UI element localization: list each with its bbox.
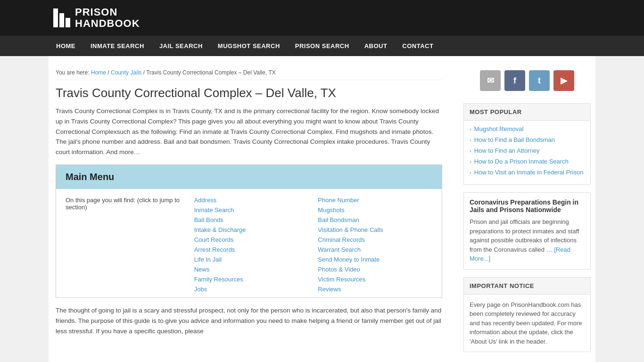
menu-links-grid: AddressPhone NumberInmate SearchMugshots…: [194, 194, 432, 293]
facebook-social-button[interactable]: f: [504, 70, 525, 91]
logo-bar-1: [53, 8, 58, 27]
menu-link-bail-bondsman[interactable]: Bail Bondsman: [318, 216, 432, 223]
menu-link-court-records[interactable]: Court Records: [194, 236, 309, 243]
main-menu-header: Main Menu: [56, 165, 442, 189]
intro-text: Travis County Correctional Complex is in…: [56, 106, 442, 157]
menu-content: On this page you will find: (click to ju…: [56, 189, 442, 297]
logo-text: PRISON HANDBOOK: [75, 7, 140, 29]
chevron-right-icon: ›: [470, 137, 471, 143]
nav-about[interactable]: ABOUT: [357, 36, 395, 56]
youtube-icon: ▶: [561, 75, 567, 86]
menu-link-reviews[interactable]: Reviews: [318, 286, 432, 293]
chevron-right-icon: ›: [470, 159, 471, 165]
menu-link-mugshots[interactable]: Mugshots: [318, 206, 432, 214]
email-icon: ✉: [487, 75, 494, 86]
social-icons-row: ✉ f t ▶: [463, 66, 591, 96]
most-popular-link[interactable]: How to Find an Attorney: [474, 147, 540, 154]
nav-jail-search[interactable]: JAIL SEARCH: [152, 36, 210, 56]
logo-bars-icon: [53, 8, 70, 27]
menu-link-phone-number[interactable]: Phone Number: [318, 197, 432, 204]
menu-link-photos-&-video[interactable]: Photos & Video: [318, 266, 432, 273]
main-content: You are here: Home / County Jails / Trav…: [49, 56, 595, 362]
breadcrumb-you-are-here: You are here:: [56, 69, 90, 76]
menu-intro-text: On this page you will find: (click to ju…: [66, 194, 194, 293]
list-item: ›How to Find a Bail Bondsman: [470, 136, 585, 143]
nav-contact[interactable]: CONTACT: [395, 36, 441, 56]
article-content: You are here: Home / County Jails / Trav…: [49, 61, 449, 362]
nav-home[interactable]: HOME: [49, 36, 83, 56]
menu-link-victim-resources[interactable]: Victim Resources: [318, 276, 432, 283]
menu-link-intake-&-discharge[interactable]: Intake & Discharge: [194, 226, 309, 233]
important-notice-section: IMPORTANT NOTICE Every page on PrisonHan…: [463, 277, 591, 353]
nav-prison-search[interactable]: PRISON SEARCH: [288, 36, 357, 56]
important-notice-body: Every page on PrisonHandbook.com has bee…: [464, 295, 590, 352]
twitter-social-button[interactable]: t: [529, 70, 550, 91]
youtube-social-button[interactable]: ▶: [553, 70, 574, 91]
list-item: ›How to Visit an Inmate in Federal Priso…: [470, 169, 585, 176]
news-title: Coronavirus Preparations Begin in Jails …: [470, 198, 585, 214]
menu-link-criminal-records[interactable]: Criminal Records: [318, 236, 432, 243]
news-box: Coronavirus Preparations Begin in Jails …: [464, 193, 590, 269]
twitter-icon: t: [538, 76, 541, 86]
main-menu-section: Main Menu On this page you will find: (c…: [56, 165, 442, 298]
most-popular-section: MOST POPULAR ›Mugshot Removal›How to Fin…: [463, 103, 591, 185]
logo-bar-2: [59, 13, 64, 27]
important-notice-title: IMPORTANT NOTICE: [464, 278, 590, 295]
logo-bar-3: [66, 18, 70, 27]
list-item: ›How to Find an Attorney: [470, 147, 585, 154]
facebook-icon: f: [513, 76, 516, 86]
breadcrumb-home[interactable]: Home: [91, 69, 106, 76]
bottom-text: The thought of going to jail is a scary …: [56, 305, 442, 336]
menu-link-visitation-&-phone-calls[interactable]: Visitation & Phone Calls: [318, 226, 432, 233]
breadcrumb: You are here: Home / County Jails / Trav…: [56, 66, 442, 80]
breadcrumb-current: Travis County Correctional Complex – Del…: [146, 69, 276, 76]
most-popular-link[interactable]: How to Find a Bail Bondsman: [474, 136, 555, 143]
chevron-right-icon: ›: [470, 148, 471, 154]
nav-mugshot-search[interactable]: MUGSHOT SEARCH: [210, 36, 288, 56]
most-popular-title: MOST POPULAR: [464, 104, 590, 121]
list-item: ›Mugshot Removal: [470, 125, 585, 132]
sidebar: ✉ f t ▶ MOST POPULAR ›Mugshot Removal›Ho…: [459, 61, 595, 362]
menu-link-send-money-to-inmate[interactable]: Send Money to Inmate: [318, 256, 432, 263]
news-body: Prison and jail officials are beginning …: [470, 217, 585, 263]
most-popular-link[interactable]: How to Do a Prison Inmate Search: [474, 158, 569, 165]
notice-text: Every page on PrisonHandbook.com has bee…: [470, 300, 585, 346]
menu-link-news[interactable]: News: [194, 266, 309, 273]
email-social-button[interactable]: ✉: [480, 70, 501, 91]
most-popular-link[interactable]: How to Visit an Inmate in Federal Prison: [474, 169, 584, 176]
chevron-right-icon: ›: [470, 126, 471, 132]
site-header: PRISON HANDBOOK: [0, 0, 644, 36]
main-nav: HOME INMATE SEARCH JAIL SEARCH MUGSHOT S…: [0, 36, 644, 56]
news-section: Coronavirus Preparations Begin in Jails …: [463, 192, 591, 270]
menu-link-warrant-search[interactable]: Warrant Search: [318, 246, 432, 253]
menu-link-inmate-search[interactable]: Inmate Search: [194, 206, 309, 214]
logo[interactable]: PRISON HANDBOOK: [49, 4, 145, 32]
menu-link-jobs[interactable]: Jobs: [194, 286, 309, 293]
list-item: ›How to Do a Prison Inmate Search: [470, 158, 585, 165]
most-popular-link[interactable]: Mugshot Removal: [474, 125, 524, 132]
chevron-right-icon: ›: [470, 170, 471, 175]
menu-link-life-in-jail[interactable]: Life In Jail: [194, 256, 309, 263]
menu-link-arrest-records[interactable]: Arrest Records: [194, 246, 309, 253]
most-popular-list: ›Mugshot Removal›How to Find a Bail Bond…: [464, 121, 590, 184]
menu-link-bail-bonds[interactable]: Bail Bonds: [194, 216, 309, 223]
menu-link-address[interactable]: Address: [194, 197, 309, 204]
nav-inmate-search[interactable]: INMATE SEARCH: [83, 36, 152, 56]
menu-link-family-resources[interactable]: Family Resources: [194, 276, 309, 283]
page-title: Travis County Correctional Complex – Del…: [56, 86, 442, 100]
breadcrumb-county-jails[interactable]: County Jails: [111, 69, 141, 76]
